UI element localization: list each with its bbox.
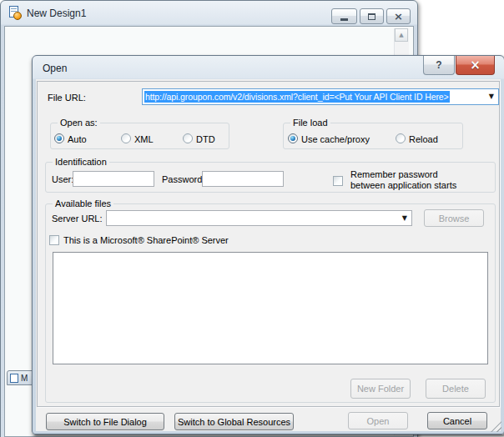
password-field[interactable] [202,171,284,187]
cancel-button[interactable]: Cancel [427,412,487,429]
available-files-list[interactable] [53,252,488,364]
remember-password-label: Remember password between application st… [350,169,456,191]
server-url-label: Server URL: [52,213,103,224]
server-url-text[interactable] [108,211,395,225]
radio-dtd-label: DTD [196,134,215,144]
restore-button[interactable] [360,8,384,24]
radio-reload[interactable] [396,133,406,143]
browse-button[interactable]: Browse [424,209,484,227]
combo-arrow-icon[interactable]: ▼ [489,93,494,100]
file-url-combobox[interactable]: http://api.groupon.com/v2/divisions.xml?… [142,88,499,105]
radio-reload-label: Reload [409,134,438,144]
file-url-selected-text[interactable]: http://api.groupon.com/v2/divisions.xml?… [144,91,450,103]
radio-use-cache-proxy[interactable] [288,133,298,143]
radio-xml[interactable] [121,133,131,143]
minimized-child-title: M [21,374,28,383]
clock-shape [13,12,22,20]
file-url-text[interactable]: http://api.groupon.com/v2/divisions.xml?… [144,89,481,104]
file-url-label: File URL: [48,93,86,103]
switch-to-global-resources-button[interactable]: Switch to Global Resources [174,413,294,430]
delete-button[interactable]: Delete [426,379,486,399]
document-clock-icon [8,6,23,21]
sharepoint-checkbox[interactable] [49,235,59,245]
dialog-close-button[interactable]: × [456,56,495,75]
scroll-up-icon: ▲ [399,33,403,38]
radio-dtd[interactable] [183,133,193,143]
help-icon: ? [436,59,441,71]
switch-to-file-dialog-button[interactable]: Switch to File Dialog [46,413,164,430]
background-window-title: New Design1 [27,8,86,19]
minimize-button[interactable] [331,8,357,24]
radio-xml-label: XML [134,134,154,144]
password-label: Password: [162,174,204,184]
dialog-title: Open [43,63,67,74]
minimized-child-window[interactable]: M [7,370,34,385]
open-dialog: Open ? × File URL: http://api.groupon.co… [32,55,504,434]
close-icon: × [394,11,403,22]
dialog-titlebar[interactable]: Open ? × [33,56,504,79]
identification-legend: Identification [53,157,109,167]
combo-arrow-icon[interactable]: ▼ [402,215,407,222]
remember-password-line1: Remember password [350,169,456,180]
radio-auto-label: Auto [68,134,87,144]
file-load-legend: File load [290,118,330,128]
background-window-titlebar[interactable]: New Design1 × [1,1,417,25]
restore-icon [368,13,375,20]
document-line [11,8,17,9]
close-icon: × [470,59,481,72]
scroll-up-button[interactable]: ▲ [395,28,408,42]
remember-password-checkbox[interactable] [333,176,343,186]
radio-auto[interactable] [54,133,64,143]
child-document-icon [10,374,18,383]
minimize-icon [340,18,348,21]
new-folder-button[interactable]: New Folder [350,379,411,399]
open-as-legend: Open as: [58,118,100,128]
user-field[interactable] [73,171,154,187]
sharepoint-checkbox-label: This is a Microsoft® SharePoint® Server [63,235,229,245]
remember-password-line2: between application starts [350,180,456,191]
open-button[interactable]: Open [348,412,408,429]
radio-use-cache-proxy-label: Use cache/proxy [301,134,370,144]
help-button[interactable]: ? [423,56,455,75]
content-panel: File URL: http://api.groupon.com/v2/divi… [37,81,500,407]
screen: New Design1 × ▲ M [0,0,504,437]
server-url-combobox[interactable]: ▼ [106,210,412,226]
window-close-button[interactable]: × [386,8,411,24]
dialog-face: File URL: http://api.groupon.com/v2/divi… [36,79,501,431]
user-label: User: [52,174,73,184]
available-files-legend: Available files [53,198,113,208]
